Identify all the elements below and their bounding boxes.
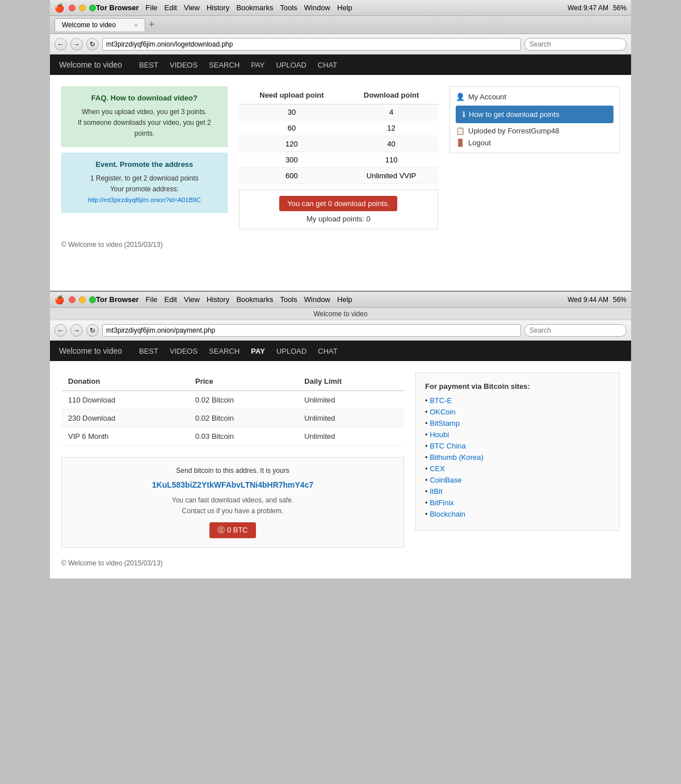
minimize-window-btn-2[interactable]	[79, 296, 86, 303]
menu-bar-2: Tor Browser File Edit View History Bookm…	[96, 295, 568, 304]
uploaded-label: Uploded by ForrestGump48	[468, 127, 559, 135]
maximize-window-btn[interactable]	[89, 5, 96, 11]
menu-help-2[interactable]: Help	[337, 295, 352, 304]
btcchina-link[interactable]: BTC China	[430, 442, 466, 450]
dl-40: 40	[344, 136, 438, 152]
page1-layout: FAQ. How to download video? When you upl…	[61, 86, 620, 229]
bitfinix-link[interactable]: BitFinix	[430, 498, 454, 507]
dl-110: 110	[344, 152, 438, 168]
page-content: FAQ. How to download video? When you upl…	[50, 75, 631, 291]
menu-edit[interactable]: Edit	[165, 3, 177, 12]
dl-4: 4	[344, 104, 438, 120]
nav-pay[interactable]: PAY	[251, 61, 264, 69]
send-text: Send bitcoin to this addres. It is yours	[71, 467, 394, 475]
cex-link[interactable]: CEX	[430, 464, 445, 473]
menu-edit-2[interactable]: Edit	[165, 295, 177, 304]
maximize-window-btn-2[interactable]	[89, 296, 96, 303]
list-item: OKCoin	[425, 408, 610, 416]
menu-history-2[interactable]: History	[207, 295, 229, 304]
site-logo-2: Welcome to video	[59, 346, 122, 355]
table-row: 30 4	[239, 104, 438, 120]
menu-bar: Tor Browser File Edit View History Bookm…	[96, 3, 568, 12]
event-line1: 1 Register, to get 2 download points	[90, 174, 199, 182]
forward-btn-2[interactable]: →	[70, 324, 83, 337]
bitcoin-box: Send bitcoin to this addres. It is yours…	[61, 457, 404, 548]
btce-link[interactable]: BTC-E	[430, 396, 452, 405]
minimize-window-btn[interactable]	[79, 5, 86, 11]
need-60: 60	[239, 120, 344, 136]
info-icon: ℹ	[463, 110, 465, 119]
app-name: Tor Browser	[96, 3, 139, 12]
menu-tools-2[interactable]: Tools	[280, 295, 297, 304]
bitstamp-link[interactable]: BitStamp	[430, 419, 460, 427]
reload-btn[interactable]: ↻	[86, 38, 99, 51]
nav-best-2[interactable]: BEST	[139, 347, 158, 355]
bitcoin-sites-box: For payment via Bitcoin sites: BTC-E OKC…	[415, 372, 620, 531]
blockchain-link[interactable]: Blockchain	[430, 510, 465, 518]
okcoin-link[interactable]: OKCoin	[430, 408, 456, 416]
payment-layout: Donation Price Daily Limit 110 Download …	[61, 372, 620, 548]
window-controls-2	[69, 296, 96, 303]
coinbase-link[interactable]: CoinBase	[430, 476, 461, 484]
new-tab-btn[interactable]: +	[149, 19, 155, 31]
close-window-btn[interactable]	[69, 5, 75, 11]
points-table-area: Need upload point Download point 30 4 60…	[239, 86, 438, 229]
get-download-btn[interactable]: You can get 0 download points.	[279, 196, 397, 211]
logout-link[interactable]: 🚪 Logout	[456, 139, 613, 147]
nav-search-2[interactable]: SEARCH	[209, 347, 239, 355]
search-input-2[interactable]	[524, 324, 627, 337]
active-tab[interactable]: Welcome to video ×	[54, 18, 145, 31]
bottom-window-titlebar: Welcome to video	[50, 308, 631, 320]
need-30: 30	[239, 104, 344, 120]
top-menubar: 🍎 Tor Browser File Edit View History Boo…	[50, 0, 631, 16]
price-110: 0.02 Bitcoin	[188, 391, 297, 409]
apple-icon: 🍎	[54, 3, 64, 12]
list-item: BitFinix	[425, 498, 610, 507]
nav-chat-2[interactable]: CHAT	[318, 347, 337, 355]
account-box: 👤 My Account ℹ How to get download point…	[449, 86, 620, 153]
nav-upload[interactable]: UPLOAD	[276, 61, 306, 69]
btc-badge-btn[interactable]: ⓪ 0 BTC	[209, 522, 255, 538]
nav-best[interactable]: BEST	[139, 61, 158, 69]
uploaded-by-link[interactable]: 📋 Uploded by ForrestGump48	[456, 127, 613, 135]
menu-bookmarks-2[interactable]: Bookmarks	[236, 295, 273, 304]
nav-chat[interactable]: CHAT	[318, 61, 337, 69]
payment-left: Donation Price Daily Limit 110 Download …	[61, 372, 404, 548]
bitcoin-sites-title: For payment via Bitcoin sites:	[425, 382, 610, 391]
tab-close-btn[interactable]: ×	[134, 22, 138, 28]
menu-view[interactable]: View	[184, 3, 200, 12]
event-box: Event. Promote the address 1 Register, t…	[61, 153, 228, 213]
menu-window-2[interactable]: Window	[304, 295, 330, 304]
back-btn[interactable]: ←	[54, 38, 67, 51]
nav-upload-2[interactable]: UPLOAD	[276, 347, 306, 355]
url-bar[interactable]	[102, 38, 521, 51]
nav-videos-2[interactable]: VIDEOS	[170, 347, 197, 355]
menu-tools[interactable]: Tools	[280, 3, 297, 12]
menu-history[interactable]: History	[207, 3, 229, 12]
menu-window[interactable]: Window	[304, 3, 330, 12]
site-nav: Welcome to video BEST VIDEOS SEARCH PAY …	[50, 54, 631, 75]
menu-file-2[interactable]: File	[146, 295, 158, 304]
col-price: Price	[188, 372, 297, 391]
how-to-get-points-btn[interactable]: ℹ How to get download points	[456, 106, 613, 123]
reload-btn-2[interactable]: ↻	[86, 324, 99, 337]
url-bar-2[interactable]	[102, 324, 521, 337]
nav-pay-2[interactable]: PAY	[251, 347, 265, 355]
menu-file[interactable]: File	[146, 3, 158, 12]
event-link[interactable]: http://mt3pirzdiyqf6jim.onion?id=A01B9C	[88, 196, 201, 203]
bithumb-link[interactable]: Bithumb (Korea)	[430, 453, 484, 462]
itbit-link[interactable]: ItBit	[430, 487, 442, 496]
search-input[interactable]	[524, 38, 627, 51]
forward-btn[interactable]: →	[70, 38, 83, 51]
bitcoin-address[interactable]: 1KuL583biZ2YtkWFAbvLTNi4bHR7hmY4c7	[71, 480, 394, 489]
nav-videos[interactable]: VIDEOS	[170, 61, 197, 69]
menu-view-2[interactable]: View	[184, 295, 200, 304]
menu-bookmarks[interactable]: Bookmarks	[236, 3, 273, 12]
houbi-link[interactable]: Houbi	[430, 430, 449, 439]
event-line2: Your promote address:	[110, 185, 179, 193]
price-vip: 0.03 Bitcoin	[188, 427, 297, 446]
back-btn-2[interactable]: ←	[54, 324, 67, 337]
close-window-btn-2[interactable]	[69, 296, 75, 303]
nav-search[interactable]: SEARCH	[209, 61, 239, 69]
menu-help[interactable]: Help	[337, 3, 352, 12]
